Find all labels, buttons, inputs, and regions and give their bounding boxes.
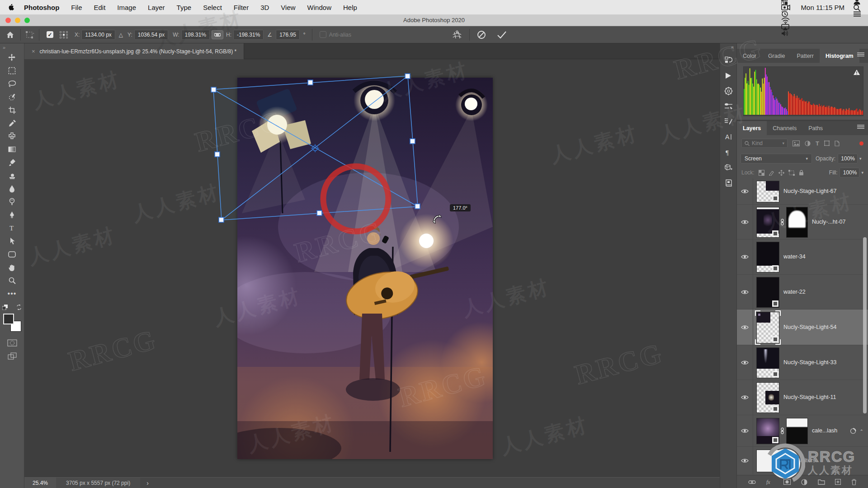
- search-icon[interactable]: [854, 5, 861, 11]
- lasso-tool[interactable]: [0, 77, 24, 90]
- photo-document[interactable]: [237, 78, 493, 459]
- volume-icon[interactable]: [781, 30, 791, 37]
- apple-logo-icon[interactable]: [7, 4, 14, 11]
- reference-point-locator[interactable]: [60, 31, 68, 38]
- layer-row-3[interactable]: water-34: [737, 239, 868, 275]
- dock-libraries-icon[interactable]: [720, 175, 737, 191]
- anti-alias-checkbox[interactable]: [320, 31, 326, 38]
- healing-tool[interactable]: [0, 130, 24, 143]
- layer-row-5[interactable]: Nucly-Stage-Light-54: [737, 310, 868, 345]
- warp-mode-button[interactable]: [452, 30, 462, 39]
- layer-visibility-toggle[interactable]: [737, 380, 753, 415]
- layer-row-7[interactable]: Nucly-Stage-Light-11: [737, 380, 868, 415]
- layer-thumbnail[interactable]: [757, 418, 779, 444]
- tab-paths[interactable]: Paths: [802, 121, 829, 135]
- layer-visibility-toggle[interactable]: [737, 447, 753, 474]
- user-icon[interactable]: [854, 0, 861, 5]
- layer-visibility-toggle[interactable]: [737, 310, 753, 345]
- layer-name[interactable]: Nucly-...ht-07: [812, 219, 845, 225]
- list-icon[interactable]: [854, 11, 861, 17]
- new-layer-icon[interactable]: [835, 479, 841, 485]
- blend-mode-dropdown[interactable]: Screen▾: [741, 154, 812, 164]
- dock-character-icon[interactable]: A: [720, 129, 737, 145]
- timemachine-icon[interactable]: [781, 10, 791, 18]
- shape-tool[interactable]: [0, 248, 24, 261]
- layer-mask-thumbnail[interactable]: [787, 207, 807, 237]
- histogram-panel-menu-icon[interactable]: [857, 52, 864, 57]
- link-dimensions-toggle[interactable]: [212, 30, 223, 39]
- layer-thumbnail[interactable]: [757, 277, 779, 307]
- lock-transparency-icon[interactable]: [759, 170, 764, 176]
- layer-visibility-toggle[interactable]: [737, 345, 753, 380]
- width-field[interactable]: 198.31%: [181, 30, 210, 40]
- layer-name[interactable]: Nucly-Stage-Light-54: [783, 324, 836, 330]
- layer-name[interactable]: water-34: [783, 253, 806, 260]
- type-tool[interactable]: T: [0, 221, 24, 235]
- blur-tool[interactable]: [0, 182, 24, 195]
- relative-position-toggle[interactable]: △: [119, 32, 123, 38]
- layers-scrollbar[interactable]: [863, 237, 867, 413]
- lock-artboard-icon[interactable]: [788, 170, 795, 176]
- gradient-tool[interactable]: [0, 143, 24, 156]
- layer-visibility-toggle[interactable]: [737, 415, 753, 446]
- wifi-icon[interactable]: [781, 18, 791, 24]
- tab-color[interactable]: Color: [737, 49, 762, 63]
- eyedropper-tool[interactable]: [0, 117, 24, 130]
- layer-thumbnail[interactable]: [757, 450, 779, 472]
- move-tool[interactable]: [0, 51, 24, 64]
- layer-thumbnail[interactable]: [757, 312, 779, 343]
- layer-row-6[interactable]: Nucly-Stage-Light-33: [737, 345, 868, 380]
- y-position-field[interactable]: 1036.54 px: [134, 30, 168, 40]
- dock-navigator-icon[interactable]: [720, 83, 737, 99]
- brush-tool[interactable]: [0, 156, 24, 169]
- dock-history-icon[interactable]: [720, 52, 737, 68]
- layer-visibility-toggle[interactable]: [737, 205, 753, 239]
- tab-histogram[interactable]: Histogram: [820, 49, 859, 63]
- histogram-warning-icon[interactable]: [853, 69, 860, 75]
- color-swatches[interactable]: [3, 314, 21, 332]
- camera-icon[interactable]: [781, 5, 791, 10]
- menubar-item-window[interactable]: Window: [307, 4, 331, 11]
- stamp-tool[interactable]: [0, 169, 24, 182]
- layer-name[interactable]: Smart Filters: [783, 457, 816, 464]
- zoom-level-field[interactable]: 25.4%: [24, 478, 56, 488]
- quickselect-tool[interactable]: [0, 90, 24, 103]
- menubar-item-filter[interactable]: Filter: [234, 4, 249, 11]
- opacity-field[interactable]: 100%: [838, 154, 858, 164]
- dodge-tool[interactable]: [0, 195, 24, 208]
- menubar-item-type[interactable]: Type: [177, 4, 192, 11]
- smart-filter-clip-icon[interactable]: [850, 428, 856, 434]
- lock-position-icon[interactable]: [778, 170, 784, 176]
- filter-type-layers-icon[interactable]: T: [816, 140, 819, 147]
- filter-shape-layers-icon[interactable]: [824, 141, 830, 146]
- adjustment-icon[interactable]: [801, 479, 807, 485]
- layer-row-8[interactable]: cale...lash⌃: [737, 415, 868, 447]
- document-tab[interactable]: × christian-lue-ERmzfzr6fJs-unsplash.jpg…: [24, 43, 244, 59]
- layer-visibility-toggle[interactable]: [737, 275, 753, 309]
- tab-channels[interactable]: Channels: [767, 121, 802, 135]
- dock-threed-icon[interactable]: [720, 160, 737, 175]
- default-colors-icon[interactable]: [2, 305, 8, 310]
- crop-tool[interactable]: [0, 103, 24, 117]
- layers-panel-menu-icon[interactable]: [857, 125, 864, 129]
- commit-transform-button[interactable]: [497, 31, 507, 39]
- menubar-item-image[interactable]: Image: [117, 4, 136, 11]
- layer-row-4[interactable]: water-22: [737, 275, 868, 310]
- opacity-chevron-icon[interactable]: ▾: [859, 156, 862, 161]
- pen-tool[interactable]: [0, 208, 24, 221]
- lock-all-icon[interactable]: [799, 170, 804, 176]
- menubar-app-name[interactable]: Photoshop: [24, 4, 59, 11]
- dock-brush-settings-icon[interactable]: [720, 99, 737, 114]
- tab-patterr[interactable]: Patterr: [791, 49, 820, 63]
- menubar-item-view[interactable]: View: [281, 4, 295, 11]
- tab-layers[interactable]: Layers: [737, 121, 767, 135]
- foreground-color-swatch[interactable]: [3, 314, 14, 324]
- marquee-tool[interactable]: [0, 64, 24, 77]
- filter-smart-objects-icon[interactable]: [835, 141, 840, 146]
- hand-tool[interactable]: [0, 261, 24, 274]
- status-chevron-icon[interactable]: ›: [146, 479, 149, 487]
- fill-chevron-icon[interactable]: ▾: [861, 170, 863, 175]
- x-position-field[interactable]: 1134.00 px: [81, 30, 115, 40]
- collapse-smart-filters-icon[interactable]: ⌃: [860, 429, 863, 434]
- filter-pixel-layers-icon[interactable]: [793, 141, 800, 146]
